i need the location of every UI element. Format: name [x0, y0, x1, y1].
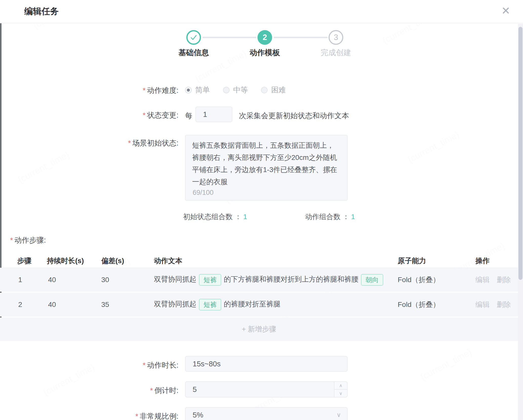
row-actions: 编辑删除 — [475, 275, 518, 285]
col-header-deviation: 偏差(s) — [101, 256, 124, 266]
object-tag: 短裤 — [199, 299, 221, 310]
step3-circle: 3 — [329, 30, 343, 45]
required-mark: * — [150, 386, 153, 394]
col-header-ability: 原子能力 — [398, 256, 426, 266]
row-duration: 40 — [48, 301, 56, 309]
radio-unselected-icon[interactable] — [261, 87, 268, 93]
object-tag: 短裤 — [199, 274, 221, 286]
row-deviation: 35 — [101, 301, 109, 309]
required-mark: * — [128, 139, 131, 147]
required-mark: * — [143, 361, 146, 369]
check-icon — [190, 34, 197, 41]
scene-state-label: *场景初始状态: — [0, 138, 178, 148]
countdown-label: *倒计时: — [0, 386, 178, 396]
action-combo-count: 动作组合数 ：1 — [305, 212, 355, 222]
char-counter: 69/100 — [193, 189, 214, 197]
unusual-ratio-select[interactable]: 5% ∨ — [185, 407, 348, 420]
row-step: 1 — [18, 276, 22, 284]
required-mark: * — [10, 236, 13, 244]
radio-option-medium[interactable]: 中等 — [223, 85, 248, 95]
step2-circle: 2 — [257, 30, 272, 45]
watermark: {current_time} — [406, 129, 461, 165]
state-change-label: *状态变更: — [0, 110, 178, 120]
radio-option-easy[interactable]: 简单 — [185, 85, 210, 95]
row-ability: Fold（折叠） — [398, 275, 440, 285]
dialog-title: 编辑任务 — [24, 6, 59, 17]
initial-combo-count: 初始状态组合数 ：1 — [183, 212, 247, 222]
table-row: 1 40 30 双臂协同抓起短裤的下方裤腿和裤腰对折到上方的裤腿和裤腰朝向 Fo… — [0, 268, 518, 292]
step1-check-circle — [186, 30, 201, 45]
row-deviation: 30 — [101, 276, 109, 284]
radio-label: 简单 — [195, 85, 210, 95]
state-change-suffix: 次采集会更新初始状态和动作文本 — [239, 111, 349, 121]
required-mark: * — [135, 412, 138, 420]
row-ability: Fold（折叠） — [398, 300, 440, 309]
required-mark: * — [143, 86, 146, 94]
radio-selected-icon[interactable] — [185, 87, 192, 93]
action-steps-label: *动作步骤: — [10, 235, 46, 245]
close-icon[interactable]: ✕ — [499, 4, 513, 18]
number-spinner: ∧ ∨ — [334, 382, 347, 397]
unusual-ratio-label: *非常规比例: — [0, 411, 178, 420]
countdown-value: 5 — [186, 385, 197, 394]
radio-option-hard[interactable]: 困难 — [261, 85, 286, 95]
duration-input[interactable]: 15s~80s — [185, 356, 348, 372]
col-header-step: 步骤 — [17, 256, 31, 266]
step3-label: 完成创建 — [298, 48, 374, 58]
state-change-prefix: 每 — [185, 111, 192, 121]
row-actions: 编辑删除 — [475, 300, 518, 309]
duration-label: *动作时长: — [0, 360, 178, 370]
required-mark: * — [143, 111, 146, 119]
watermark: {current_time} — [16, 149, 71, 185]
scene-state-textarea[interactable]: 短裤五条数据背面朝上，五条数据正面朝上，裤腰朝右，离头部视野下方至少20cm之外… — [185, 135, 348, 201]
table-row: 2 40 35 双臂协同抓起短裤的裤腰对折至裤腿 Fold（折叠） 编辑删除 — [0, 293, 518, 317]
difficulty-label: *动作难度: — [0, 86, 178, 96]
row-duration: 40 — [48, 276, 56, 284]
delete-button[interactable]: 删除 — [497, 301, 511, 308]
increase-arrow-icon[interactable]: ∧ — [334, 382, 347, 390]
step1-label: 基础信息 — [156, 48, 232, 58]
orientation-tag: 朝向 — [361, 274, 383, 286]
row-action-text: 双臂协同抓起短裤的下方裤腿和裤腰对折到上方的裤腿和裤腰朝向 — [154, 274, 386, 286]
step-connector — [203, 37, 256, 38]
action-combo-value: 1 — [351, 213, 355, 221]
col-header-operation: 操作 — [475, 256, 490, 266]
delete-button[interactable]: 删除 — [497, 276, 511, 284]
row-step: 2 — [18, 301, 22, 309]
row-action-text: 双臂协同抓起短裤的裤腰对折至裤腿 — [154, 299, 280, 310]
col-header-action-text: 动作文本 — [154, 256, 182, 266]
chevron-down-icon: ∨ — [336, 411, 341, 418]
radio-unselected-icon[interactable] — [223, 87, 230, 93]
radio-label: 困难 — [271, 85, 286, 95]
step2-label: 动作模板 — [227, 48, 303, 58]
watermark: {current_time} — [418, 347, 474, 383]
add-step-row: + 新增步骤 — [0, 318, 518, 341]
edit-button[interactable]: 编辑 — [475, 301, 490, 308]
unusual-ratio-value: 5% — [186, 411, 203, 419]
decrease-arrow-icon[interactable]: ∨ — [334, 390, 347, 397]
radio-label: 中等 — [233, 85, 248, 95]
state-change-input[interactable]: 1 — [195, 107, 232, 122]
edit-button[interactable]: 编辑 — [475, 276, 490, 284]
initial-combo-value: 1 — [243, 213, 247, 221]
scene-state-text: 短裤五条数据背面朝上，五条数据正面朝上，裤腰朝右，离头部视野下方至少20cm之外… — [192, 139, 340, 188]
countdown-input[interactable]: 5 ∧ ∨ — [185, 381, 348, 397]
step-connector — [274, 37, 328, 38]
difficulty-radio-group: 简单 中等 困难 — [185, 85, 286, 95]
col-header-duration: 持续时长(s) — [47, 256, 84, 266]
dialog-header: 编辑任务 ✕ — [0, 0, 523, 23]
add-step-button[interactable]: + 新增步骤 — [242, 324, 276, 334]
scrollbar-thumb[interactable] — [518, 27, 522, 280]
